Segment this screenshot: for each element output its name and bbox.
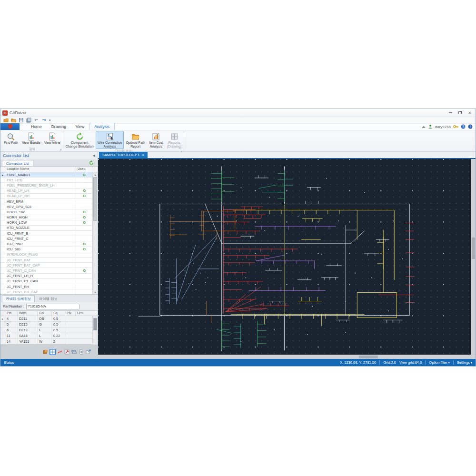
scroll-up-icon[interactable]: ▲ xyxy=(93,172,98,177)
application-menu-button[interactable] xyxy=(0,123,20,130)
tab-close-icon[interactable]: × xyxy=(142,153,144,157)
pin-row[interactable]: ▸4D211OB0.5 xyxy=(0,316,92,322)
connector-row[interactable]: HEAD_LP_RHO xyxy=(0,194,92,199)
connector-row[interactable]: ▸FRNT_MAIN21O xyxy=(0,172,92,178)
restore-button[interactable] xyxy=(456,110,464,116)
pin-row[interactable]: 11SA16L0.22 xyxy=(0,333,92,339)
connector-row[interactable]: JC_FRNT_RH_CAP xyxy=(0,289,92,294)
refresh-icon[interactable] xyxy=(89,160,94,165)
connector-row[interactable]: HEAD_LP_LHO xyxy=(0,188,92,194)
export-chart-icon[interactable] xyxy=(85,349,91,355)
canvas-vscroll-thumb[interactable] xyxy=(472,238,475,259)
connector-row[interactable]: JC_FRNT_PT_CAN xyxy=(0,279,92,284)
component-change-simulation-button[interactable]: ComponentChange Simulation xyxy=(64,131,96,149)
redo-icon[interactable] xyxy=(41,118,47,123)
detail-tab-0[interactable]: 커넥터 상세정보 xyxy=(2,295,35,302)
connector-row[interactable]: FRT_HTD xyxy=(0,178,92,183)
pin-scrollbar-thumb[interactable] xyxy=(93,318,97,330)
undo-icon[interactable] xyxy=(34,118,39,123)
minimize-button[interactable] xyxy=(446,110,455,116)
ribbon-collapse-icon[interactable] xyxy=(422,126,426,128)
scrollbar-thumb[interactable] xyxy=(93,177,97,221)
connector-row[interactable]: JC_FRNT_BAT xyxy=(0,258,92,263)
pin-row[interactable]: 5D215G0.5 xyxy=(0,322,92,327)
connector-row[interactable]: JC_FRNT_LH_H xyxy=(0,274,92,279)
connector-row[interactable]: INTERLOCK_PLUG xyxy=(0,252,92,258)
pin-column-len[interactable]: Len xyxy=(76,311,98,316)
connector-row[interactable]: ICU_PWRO xyxy=(0,241,92,247)
connector-row[interactable]: ICU_FRNT_B xyxy=(0,231,92,236)
pin-column-pin[interactable]: Pin xyxy=(5,311,18,316)
canvas-vertical-scrollbar[interactable] xyxy=(471,159,476,355)
help-icon[interactable]: ? xyxy=(461,124,466,129)
table-grid-icon[interactable] xyxy=(50,349,56,355)
menu-tab-drawing[interactable]: Drawing xyxy=(47,123,71,130)
connector-row[interactable]: FUEL_PRESSURE_SNSR_LH xyxy=(0,183,92,188)
find-path-button[interactable]: Find Path xyxy=(2,131,20,147)
pointer-arrows-icon[interactable] xyxy=(64,349,70,355)
connector-row[interactable]: JC_FRNT_BAT_CAP xyxy=(0,263,92,268)
save-all-icon[interactable] xyxy=(26,118,31,123)
row-selector-gutter xyxy=(0,199,5,204)
dialog-launcher-icon[interactable] xyxy=(180,150,182,152)
pin-row[interactable]: 14YA151W2 xyxy=(0,339,92,345)
dialog-launcher-icon[interactable] xyxy=(60,149,61,150)
pin-column-wire[interactable]: Wire xyxy=(18,311,38,316)
column-location-name[interactable]: Location Name xyxy=(5,167,76,172)
row-selector-gutter xyxy=(0,241,5,246)
detail-tab-1[interactable]: 아이템 정보 xyxy=(36,296,61,302)
menu-tab-view[interactable]: View xyxy=(71,123,89,130)
canvas-hscroll-thumb[interactable] xyxy=(359,356,378,358)
canvas-horizontal-scrollbar[interactable] xyxy=(98,355,476,359)
connector-list-scrollbar[interactable]: ▲ ▼ xyxy=(92,172,98,294)
connector-row[interactable]: ICU_FRNT_C xyxy=(0,236,92,241)
palette-icon[interactable] xyxy=(42,349,49,355)
pin-column-sq[interactable]: Sq xyxy=(52,311,65,316)
layers-icon[interactable] xyxy=(71,349,77,355)
pin-cell: D213 xyxy=(18,328,38,332)
pin-column-pn[interactable]: PN xyxy=(65,311,76,316)
item-cost-analysis-button[interactable]: Item CostAnalysis xyxy=(147,131,165,149)
connector-row[interactable]: HEV_BPM xyxy=(0,199,92,204)
open-folder-icon[interactable] xyxy=(11,118,16,123)
row-selector-gutter xyxy=(0,274,5,278)
panel-collapse-icon[interactable]: ◀ xyxy=(93,154,95,158)
column-used[interactable]: Used xyxy=(76,167,92,172)
menu-tab-analysis[interactable]: Analysis xyxy=(89,123,115,130)
connector-row[interactable]: HORN_HIGHO xyxy=(0,215,92,220)
svg-text:i: i xyxy=(470,125,470,128)
connector-row[interactable]: HEV_OPU_S03 xyxy=(0,204,92,209)
part-number-field[interactable] xyxy=(26,304,79,309)
reports-drawing-button[interactable]: Reports(Drawing) xyxy=(165,131,183,149)
connector-name: INTERLOCK_PLUG xyxy=(5,252,76,257)
connector-row[interactable]: JC_FRNT_RH xyxy=(0,284,92,289)
key-icon[interactable] xyxy=(453,124,458,129)
wire-connection-analysis-button[interactable]: Wire ConnectionAnalysis xyxy=(96,131,124,149)
tab-connector-list[interactable]: Connector List xyxy=(2,160,33,166)
menu-tab-home[interactable]: Home xyxy=(26,123,47,130)
document-icon[interactable] xyxy=(78,349,84,355)
pin-row-gutter xyxy=(0,322,5,327)
wire-red-icon[interactable] xyxy=(57,349,63,355)
close-button[interactable]: ✕ xyxy=(466,110,474,116)
ribbon: Find PathView BundleView Inline검색Compone… xyxy=(0,130,476,152)
pin-table-scrollbar[interactable] xyxy=(92,316,98,345)
option-filter-dropdown[interactable]: Option filter ▾ xyxy=(429,360,449,365)
quick-access-more-icon[interactable]: ▾ xyxy=(49,119,51,122)
connector-row[interactable]: HTD_NOZZLE xyxy=(0,226,92,231)
view-bundle-button[interactable]: View Bundle xyxy=(20,131,42,147)
pin-row[interactable]: 6D213L0.5 xyxy=(0,327,92,333)
connector-row[interactable]: HORN_LOWO xyxy=(0,220,92,226)
new-file-icon[interactable] xyxy=(3,118,9,123)
view-inline-button[interactable]: View Inline xyxy=(42,131,62,147)
scroll-down-icon[interactable]: ▼ xyxy=(93,290,98,294)
connector-row[interactable]: ICU_SIGO xyxy=(0,247,92,252)
optimal-path-report-button[interactable]: Optimal PathReport xyxy=(124,131,147,149)
connector-row[interactable]: JC_FRNT_C_CANO xyxy=(0,268,92,273)
pin-column-col[interactable]: Col xyxy=(38,311,52,316)
save-icon[interactable] xyxy=(19,118,24,123)
topology-canvas[interactable] xyxy=(98,159,471,355)
settings-dropdown[interactable]: Settings ▾ xyxy=(457,360,472,365)
connector-row[interactable]: HOOD_SWO xyxy=(0,209,92,215)
info-icon[interactable]: i xyxy=(468,124,473,129)
